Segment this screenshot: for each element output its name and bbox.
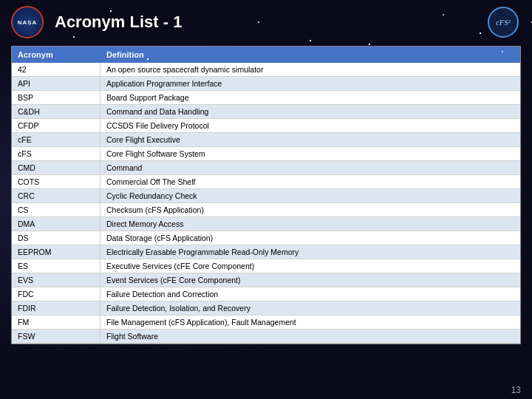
acronym-cell: FM [12, 316, 100, 329]
definition-cell: File Management (cFS Application), Fault… [100, 316, 520, 329]
definition-cell: CCSDS File Delivery Protocol [100, 119, 520, 132]
table-row: FDIRFailure Detection, Isolation, and Re… [12, 301, 520, 316]
acronym-cell: cFS [12, 147, 100, 160]
definition-cell: Event Services (cFE Core Component) [100, 273, 520, 287]
definition-cell: Core Flight Executive [100, 133, 520, 146]
acronym-cell: CFDP [12, 119, 100, 132]
header: NASA Acronym List - 1 cFS² [0, 0, 532, 44]
table-row: cFECore Flight Executive [12, 133, 520, 147]
acronym-cell: cFE [12, 133, 100, 146]
table-row: BSPBoard Support Package [12, 91, 520, 105]
definition-cell: Failure Detection and Correction [100, 287, 520, 301]
table-row: CRCCyclic Redundancy Check [12, 189, 520, 203]
table-body: 42An open source spacecraft dynamic simu… [12, 63, 520, 344]
acronym-cell: FDIR [12, 301, 100, 315]
table-row: cFSCore Flight Software System [12, 147, 520, 161]
table-row: COTSCommercial Off The Shelf [12, 175, 520, 189]
page-footer: 13 [511, 385, 521, 395]
table-row: EEPROMElectrically Erasable Programmable… [12, 245, 520, 259]
acronym-cell: CRC [12, 189, 100, 202]
acronym-cell: C&DH [12, 105, 100, 118]
table-row: CFDPCCSDS File Delivery Protocol [12, 119, 520, 133]
acronym-cell: DS [12, 231, 100, 245]
acronym-cell: CS [12, 203, 100, 216]
table-row: CMDCommand [12, 161, 520, 175]
definition-cell: Cyclic Redundancy Check [100, 189, 520, 202]
table-row: FDCFailure Detection and Correction [12, 287, 520, 301]
table-row: DSData Storage (cFS Application) [12, 231, 520, 245]
definition-cell: An open source spacecraft dynamic simula… [100, 63, 520, 76]
table-row: C&DHCommand and Data Handling [12, 105, 520, 119]
table-row: FMFile Management (cFS Application), Fau… [12, 316, 520, 330]
definition-cell: Command and Data Handling [100, 105, 520, 118]
page-number: 13 [511, 385, 521, 395]
definition-cell: Electrically Erasable Programmable Read-… [100, 245, 520, 259]
fs2-logo-inner: cFS² [488, 7, 519, 38]
table-row: FSWFlight Software [12, 330, 520, 344]
definition-cell: Executive Services (cFE Core Component) [100, 259, 520, 273]
nasa-logo: NASA [11, 6, 44, 38]
table-row: ESExecutive Services (cFE Core Component… [12, 259, 520, 273]
definition-cell: Flight Software [100, 330, 520, 343]
definition-cell: Direct Memory Access [100, 217, 520, 231]
acronym-cell: COTS [12, 175, 100, 188]
table-row: EVSEvent Services (cFE Core Component) [12, 273, 520, 287]
acronym-cell: FSW [12, 330, 100, 343]
acronym-cell: EEPROM [12, 245, 100, 259]
definition-cell: Failure Detection, Isolation, and Recove… [100, 301, 520, 315]
acronym-cell: BSP [12, 91, 100, 104]
table-row: DMADirect Memory Access [12, 217, 520, 231]
table-header: Acronym Definition [12, 47, 520, 63]
definition-cell: Data Storage (cFS Application) [100, 231, 520, 245]
acronym-table: Acronym Definition 42An open source spac… [11, 46, 521, 344]
table-row: CSChecksum (cFS Application) [12, 203, 520, 217]
acronym-cell: FDC [12, 287, 100, 301]
acronym-cell: API [12, 77, 100, 90]
definition-cell: Checksum (cFS Application) [100, 203, 520, 216]
definition-cell: Board Support Package [100, 91, 520, 104]
definition-cell: Core Flight Software System [100, 147, 520, 160]
definition-cell: Command [100, 161, 520, 174]
column-header-definition: Definition [100, 47, 520, 63]
acronym-cell: CMD [12, 161, 100, 174]
page-title: Acronym List - 1 [55, 13, 182, 32]
definition-cell: Application Programmer Interface [100, 77, 520, 90]
table-row: APIApplication Programmer Interface [12, 77, 520, 91]
acronym-cell: EVS [12, 273, 100, 287]
acronym-cell: ES [12, 259, 100, 273]
acronym-cell: 42 [12, 63, 100, 76]
nasa-logo-text: NASA [18, 19, 38, 26]
table-row: 42An open source spacecraft dynamic simu… [12, 63, 520, 77]
fs2-logo: cFS² [485, 6, 521, 38]
column-header-acronym: Acronym [12, 47, 100, 63]
definition-cell: Commercial Off The Shelf [100, 175, 520, 188]
acronym-cell: DMA [12, 217, 100, 231]
